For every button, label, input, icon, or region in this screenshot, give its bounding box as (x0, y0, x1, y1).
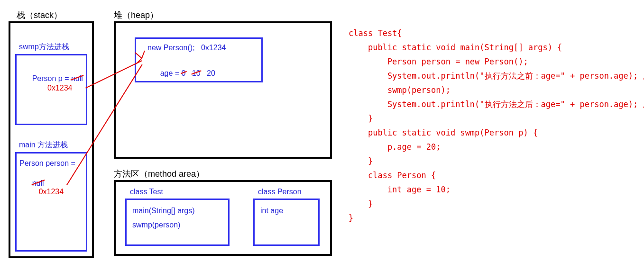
class-test-box: main(String[] args) swmp(person) (125, 199, 230, 246)
heap-title: 堆（heap） (114, 9, 158, 21)
swmp-addr: 0x1234 (47, 84, 73, 92)
method-area-title: 方法区（method area） (114, 168, 204, 180)
main-null-struck: null (32, 179, 44, 188)
code-block: class Test{ public static void main(Stri… (349, 26, 644, 225)
heap-age-label: age = (160, 69, 182, 77)
swmp-frame-label: swmp方法进栈 (19, 42, 69, 52)
class-person-header: class Person (258, 188, 302, 196)
heap-age-20: 20 (207, 69, 215, 77)
swmp-frame: Person p = null 0x1234 (15, 54, 87, 125)
stack-title: 栈（stack） (17, 9, 62, 21)
heap-object: new Person(); 0x1234 age = 0 10 20 (135, 37, 263, 82)
class-person-box: int age (253, 199, 320, 246)
main-frame-label: main 方法进栈 (19, 140, 68, 150)
swmp-p-text: Person p = (32, 74, 71, 82)
heap-age-10: 10 (192, 69, 201, 78)
heap-new-line: new Person(); 0x1234 (147, 44, 226, 52)
person-int-age: int age (260, 207, 283, 215)
main-null-row: null 0x1234 (19, 171, 64, 205)
main-frame: Person person = null 0x1234 (15, 152, 87, 252)
stack-box: swmp方法进栈 Person p = null 0x1234 main 方法进… (9, 21, 94, 258)
test-main: main(String[] args) (132, 207, 195, 215)
heap-age-line: age = 0 10 20 (147, 61, 215, 86)
main-person-line: Person person = (19, 159, 75, 168)
class-test-header: class Test (130, 188, 163, 196)
swmp-null-struck: null (71, 74, 83, 83)
heap-box: new Person(); 0x1234 age = 0 10 20 (114, 21, 332, 159)
main-addr: 0x1234 (39, 188, 64, 196)
arrow-heads (135, 50, 149, 69)
test-swmp: swmp(person) (132, 221, 180, 229)
heap-age-0: 0 (182, 69, 186, 78)
method-area-box: class Test main(String[] args) swmp(pers… (114, 180, 332, 256)
